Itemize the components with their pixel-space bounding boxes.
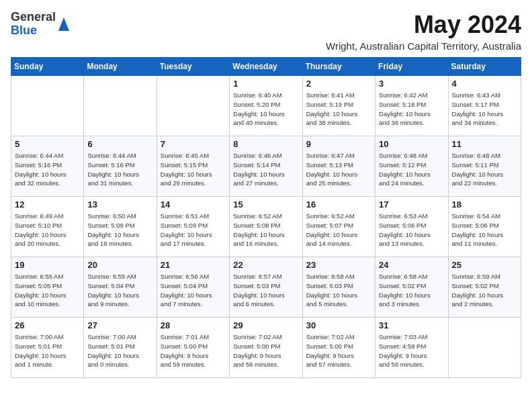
day-number: 5 <box>15 139 80 149</box>
calendar-cell: 15Sunrise: 6:52 AMSunset: 5:08 PMDayligh… <box>230 197 302 257</box>
day-info: Sunrise: 6:42 AMSunset: 5:18 PMDaylight:… <box>379 91 444 128</box>
day-number: 9 <box>306 139 371 149</box>
day-info: Sunrise: 6:45 AMSunset: 5:15 PMDaylight:… <box>161 151 226 188</box>
day-number: 11 <box>452 139 517 149</box>
logo: General Blue <box>11 11 71 38</box>
calendar-cell: 27Sunrise: 7:00 AMSunset: 5:01 PMDayligh… <box>84 318 157 378</box>
calendar-cell: 1Sunrise: 6:40 AMSunset: 5:20 PMDaylight… <box>230 76 302 136</box>
day-number: 13 <box>87 199 152 210</box>
day-info: Sunrise: 6:56 AMSunset: 5:04 PMDaylight:… <box>161 272 226 309</box>
calendar-cell: 3Sunrise: 6:42 AMSunset: 5:18 PMDaylight… <box>375 76 448 136</box>
calendar-cell: 7Sunrise: 6:45 AMSunset: 5:15 PMDaylight… <box>157 136 229 197</box>
calendar-cell: 30Sunrise: 7:02 AMSunset: 5:00 PMDayligh… <box>302 318 375 378</box>
calendar-cell: 5Sunrise: 6:44 AMSunset: 5:16 PMDaylight… <box>11 136 84 197</box>
day-number: 18 <box>452 199 517 210</box>
calendar-cell <box>448 318 521 378</box>
calendar-cell: 13Sunrise: 6:50 AMSunset: 5:09 PMDayligh… <box>84 197 157 257</box>
day-info: Sunrise: 6:55 AMSunset: 5:05 PMDaylight:… <box>15 272 80 309</box>
col-monday: Monday <box>84 58 157 76</box>
calendar-cell: 2Sunrise: 6:41 AMSunset: 5:19 PMDaylight… <box>302 76 375 136</box>
calendar-cell: 12Sunrise: 6:49 AMSunset: 5:10 PMDayligh… <box>11 197 84 257</box>
calendar-week-row: 26Sunrise: 7:00 AMSunset: 5:01 PMDayligh… <box>11 318 521 378</box>
calendar-cell <box>11 76 84 136</box>
calendar-cell <box>157 76 229 136</box>
day-number: 22 <box>233 260 298 270</box>
day-info: Sunrise: 6:43 AMSunset: 5:17 PMDaylight:… <box>452 91 517 128</box>
day-info: Sunrise: 6:55 AMSunset: 5:04 PMDaylight:… <box>87 272 152 309</box>
day-info: Sunrise: 6:58 AMSunset: 5:03 PMDaylight:… <box>306 272 371 309</box>
day-number: 7 <box>161 139 226 149</box>
day-info: Sunrise: 6:50 AMSunset: 5:09 PMDaylight:… <box>87 212 152 248</box>
day-info: Sunrise: 6:54 AMSunset: 5:06 PMDaylight:… <box>452 212 517 248</box>
day-number: 25 <box>452 260 517 270</box>
day-number: 2 <box>306 79 371 89</box>
calendar-cell: 11Sunrise: 6:48 AMSunset: 5:11 PMDayligh… <box>448 136 521 197</box>
day-info: Sunrise: 6:57 AMSunset: 5:03 PMDaylight:… <box>233 272 298 309</box>
calendar-week-row: 19Sunrise: 6:55 AMSunset: 5:05 PMDayligh… <box>11 257 521 318</box>
calendar-cell: 22Sunrise: 6:57 AMSunset: 5:03 PMDayligh… <box>230 257 302 318</box>
calendar-cell: 28Sunrise: 7:01 AMSunset: 5:00 PMDayligh… <box>157 318 229 378</box>
day-number: 10 <box>379 139 444 149</box>
col-tuesday: Tuesday <box>157 58 229 76</box>
day-number: 14 <box>161 199 226 210</box>
calendar-table: Sunday Monday Tuesday Wednesday Thursday… <box>11 57 521 378</box>
calendar-cell: 25Sunrise: 6:59 AMSunset: 5:02 PMDayligh… <box>448 257 521 318</box>
day-number: 15 <box>233 199 298 210</box>
day-number: 16 <box>306 199 371 210</box>
day-number: 3 <box>379 79 444 89</box>
col-wednesday: Wednesday <box>230 58 302 76</box>
day-info: Sunrise: 6:49 AMSunset: 5:10 PMDaylight:… <box>15 212 80 248</box>
day-number: 20 <box>87 260 152 270</box>
day-number: 26 <box>15 320 80 330</box>
day-info: Sunrise: 6:47 AMSunset: 5:13 PMDaylight:… <box>306 151 371 188</box>
day-info: Sunrise: 6:46 AMSunset: 5:14 PMDaylight:… <box>233 151 298 188</box>
calendar-cell: 8Sunrise: 6:46 AMSunset: 5:14 PMDaylight… <box>230 136 302 197</box>
day-info: Sunrise: 7:03 AMSunset: 4:59 PMDaylight:… <box>379 332 444 369</box>
day-info: Sunrise: 6:48 AMSunset: 5:12 PMDaylight:… <box>379 151 444 188</box>
calendar-cell: 18Sunrise: 6:54 AMSunset: 5:06 PMDayligh… <box>448 197 521 257</box>
calendar-cell: 31Sunrise: 7:03 AMSunset: 4:59 PMDayligh… <box>375 318 448 378</box>
day-info: Sunrise: 6:41 AMSunset: 5:19 PMDaylight:… <box>306 91 371 128</box>
calendar-body: 1Sunrise: 6:40 AMSunset: 5:20 PMDaylight… <box>11 76 521 378</box>
col-saturday: Saturday <box>448 58 521 76</box>
month-title: May 2024 <box>326 11 521 39</box>
day-info: Sunrise: 6:59 AMSunset: 5:02 PMDaylight:… <box>452 272 517 309</box>
calendar-week-row: 12Sunrise: 6:49 AMSunset: 5:10 PMDayligh… <box>11 197 521 257</box>
calendar-cell: 16Sunrise: 6:52 AMSunset: 5:07 PMDayligh… <box>302 197 375 257</box>
day-number: 21 <box>161 260 226 270</box>
day-info: Sunrise: 7:02 AMSunset: 5:00 PMDaylight:… <box>306 332 371 369</box>
day-number: 27 <box>87 320 152 330</box>
calendar-cell: 14Sunrise: 6:51 AMSunset: 5:09 PMDayligh… <box>157 197 229 257</box>
day-info: Sunrise: 6:40 AMSunset: 5:20 PMDaylight:… <box>233 91 298 128</box>
title-area: May 2024 Wright, Australian Capital Terr… <box>326 11 521 52</box>
day-info: Sunrise: 7:02 AMSunset: 5:00 PMDaylight:… <box>233 332 298 369</box>
calendar-cell: 23Sunrise: 6:58 AMSunset: 5:03 PMDayligh… <box>302 257 375 318</box>
calendar-header-row: Sunday Monday Tuesday Wednesday Thursday… <box>11 58 521 76</box>
day-info: Sunrise: 6:52 AMSunset: 5:07 PMDaylight:… <box>306 212 371 248</box>
day-info: Sunrise: 6:51 AMSunset: 5:09 PMDaylight:… <box>161 212 226 248</box>
day-info: Sunrise: 6:44 AMSunset: 5:16 PMDaylight:… <box>15 151 80 188</box>
day-number: 12 <box>15 199 80 210</box>
day-number: 30 <box>306 320 371 330</box>
day-number: 29 <box>233 320 298 330</box>
day-info: Sunrise: 6:53 AMSunset: 5:06 PMDaylight:… <box>379 212 444 248</box>
day-number: 28 <box>161 320 226 330</box>
calendar-cell: 10Sunrise: 6:48 AMSunset: 5:12 PMDayligh… <box>375 136 448 197</box>
day-number: 23 <box>306 260 371 270</box>
logo-text: General Blue <box>11 11 56 38</box>
logo-icon <box>57 16 71 32</box>
calendar-cell: 21Sunrise: 6:56 AMSunset: 5:04 PMDayligh… <box>157 257 229 318</box>
day-number: 24 <box>379 260 444 270</box>
calendar-week-row: 5Sunrise: 6:44 AMSunset: 5:16 PMDaylight… <box>11 136 521 197</box>
col-thursday: Thursday <box>302 58 375 76</box>
calendar-cell: 24Sunrise: 6:58 AMSunset: 5:02 PMDayligh… <box>375 257 448 318</box>
day-number: 31 <box>379 320 444 330</box>
day-number: 17 <box>379 199 444 210</box>
calendar-cell: 19Sunrise: 6:55 AMSunset: 5:05 PMDayligh… <box>11 257 84 318</box>
day-number: 19 <box>15 260 80 270</box>
col-sunday: Sunday <box>11 58 84 76</box>
calendar-cell: 26Sunrise: 7:00 AMSunset: 5:01 PMDayligh… <box>11 318 84 378</box>
calendar-cell: 6Sunrise: 6:44 AMSunset: 5:16 PMDaylight… <box>84 136 157 197</box>
calendar-cell: 20Sunrise: 6:55 AMSunset: 5:04 PMDayligh… <box>84 257 157 318</box>
day-info: Sunrise: 6:58 AMSunset: 5:02 PMDaylight:… <box>379 272 444 309</box>
